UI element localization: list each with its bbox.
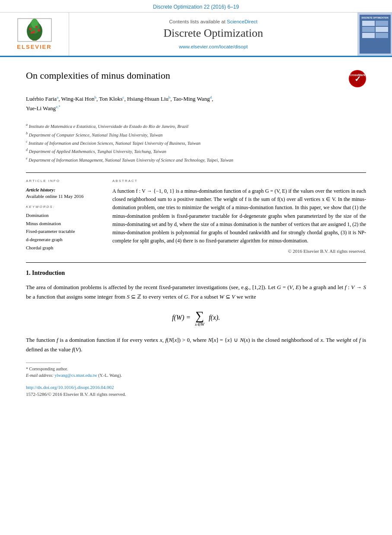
paper-container: On complexities of minus domination ✓ Cr… [0,57,392,406]
journal-header: Discrete Optimization 22 (2016) 6–19 [0,0,392,13]
svg-point-6 [32,31,35,33]
cover-cell-5 [362,33,375,38]
keyword-5: Chordal graph [26,244,104,252]
cover-cell-6 [376,33,388,38]
email-suffix: (Y.-L. Wang). [98,373,122,378]
authors: Luérbio Fariaa, Wing-Kai Honb, Ton Kloks… [26,94,366,113]
section-number: 1. [26,270,31,276]
introduction-section: 1. Introduction The area of domination p… [26,270,366,354]
svg-point-5 [38,29,40,32]
sciencedirect-notice: Contents lists available at ScienceDirec… [169,19,258,24]
publisher-bar: ELSEVIER Contents lists available at Sci… [0,13,392,57]
doi-link[interactable]: http://dx.doi.org/10.1016/j.disopt.2016.… [26,385,366,390]
summation-symbol: ∑ [195,310,204,322]
article-info-abstract-section: ARTICLE INFO Article history: Available … [26,172,366,254]
paper-title: On complexities of minus domination [26,70,170,81]
journal-cover-thumbnail: DISCRETE OPTIMIZATION [357,13,392,56]
keyword-1: Domination [26,211,104,220]
keywords-label: Keywords: [26,205,104,209]
svg-point-4 [29,28,32,30]
cover-cell-4 [376,27,388,32]
keyword-4: d-degenerate graph [26,236,104,244]
cover-title-text: DISCRETE OPTIMIZATION [361,16,388,19]
abstract-section: ABSTRACT A function f : V → {−1, 0, 1} i… [112,179,366,254]
cover-cell-1 [362,21,375,26]
article-available-date: Available online 11 May 2016 [26,194,104,199]
affiliation-c: c Institute of Information and Decision … [26,139,366,147]
elsevier-wordmark: ELSEVIER [17,44,51,50]
article-info-label: ARTICLE INFO [26,179,104,183]
affiliation-d: d Department of Applied Mathematics, Tun… [26,147,366,155]
cover-cell-3 [362,27,375,32]
copyright-line: © 2016 Elsevier B.V. All rights reserved… [112,248,366,254]
keyword-2: Minus domination [26,220,104,228]
email-footnote: E-mail address: ylwang@cs.ntust.edu.tw (… [26,373,366,378]
elsevier-tree-icon [17,18,52,42]
sum-subscript: x∈W [195,322,204,327]
affiliation-a: a Instituto de Matemática e Estatística,… [26,122,366,130]
journal-url-link[interactable]: www.elsevier.com/locate/disopt [179,44,248,49]
section-divider [26,262,366,263]
cover-image: DISCRETE OPTIMIZATION [360,15,391,54]
issn-text: 1572-5286/© 2016 Elsevier B.V. All right… [26,392,126,397]
elsevier-logo: ELSEVIER [0,13,69,56]
journal-name: Discrete Optimization [163,27,263,40]
intro-paragraph-2: The function f is a domination function … [26,335,366,354]
journal-info-center: Contents lists available at ScienceDirec… [69,13,357,56]
doi-section: http://dx.doi.org/10.1016/j.disopt.2016.… [26,385,366,398]
footer-divider [26,363,61,363]
cover-grid [362,21,388,38]
svg-point-7 [35,26,37,28]
formula-fw: f(W) = ∑ x∈W f(x). [26,310,366,327]
abstract-label: ABSTRACT [112,179,366,183]
intro-paragraph-1: The area of domination problems is affec… [26,283,366,301]
sciencedirect-link[interactable]: ScienceDirect [227,19,258,24]
affiliations: a Instituto de Matemática e Estatística,… [26,122,366,164]
journal-ref-link[interactable]: Discrete Optimization 22 (2016) 6–19 [153,4,239,10]
keyword-3: Fixed-parameter tractable [26,227,104,236]
affiliation-e: e Department of Information Management, … [26,156,366,164]
affiliation-b: b Department of Computer Science, Nation… [26,131,366,139]
svg-point-8 [30,32,32,34]
svg-text:CrossMark: CrossMark [350,73,365,76]
article-info-column: ARTICLE INFO Article history: Available … [26,179,104,254]
corresponding-author-note: * Corresponding author. [26,366,366,371]
article-history-label: Article history: [26,187,104,192]
crossmark-icon: ✓ CrossMark [349,70,366,87]
intro-section-title: 1. Introduction [26,270,366,277]
cover-cell-2 [376,21,388,26]
abstract-text: A function f : V → {−1, 0, 1} is a minus… [112,187,366,245]
email-link[interactable]: ylwang@cs.ntust.edu.tw [54,373,97,378]
